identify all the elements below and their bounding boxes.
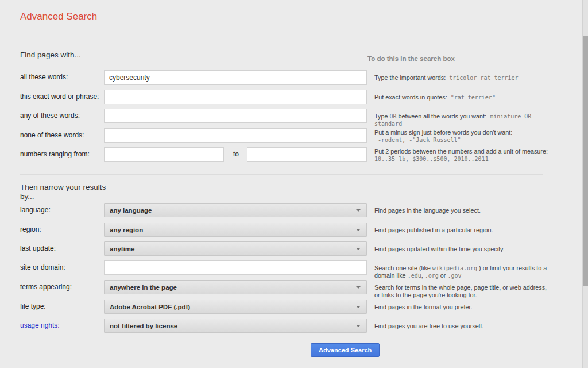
hint-example-text: tricolor rat terrier (449, 75, 518, 81)
hint-terms-appearing: Search for terms in the whole page, page… (374, 284, 548, 299)
hint-last-update: Find pages updated within the time you s… (374, 246, 548, 253)
hint-numbers-ranging: Put 2 periods between the numbers and ad… (374, 148, 548, 163)
any-of-these-words-input[interactable] (104, 109, 367, 123)
numbers-ranging-separator: to (229, 147, 243, 162)
hint-text: between all the words you want: (396, 113, 490, 120)
hint-text: Search for terms in the whole page, page… (374, 284, 548, 298)
file-type-selected-value: Adobe Acrobat PDF (.pdf) (110, 300, 190, 314)
hint-text: Find pages in the language you select. (374, 207, 481, 214)
chevron-down-icon (356, 306, 361, 308)
chevron-down-icon (356, 286, 361, 289)
hint-text: Find pages you are free to use yourself. (374, 323, 483, 329)
hint-all-these-words: Type the important words: tricolor rat t… (374, 74, 548, 82)
scrollbar-track[interactable] (582, 0, 588, 368)
page-title: Advanced Search (20, 11, 97, 22)
hint-region: Find pages published in a particular reg… (374, 227, 548, 234)
advanced-search-button[interactable]: Advanced Search (311, 343, 380, 357)
section-heading-narrow-results: Then narrow your results by... (20, 183, 107, 201)
label-language: language: (20, 203, 51, 217)
file-type-select[interactable]: Adobe Acrobat PDF (.pdf) (104, 300, 367, 314)
label-none-of-these-words: none of these words: (20, 128, 84, 143)
hint-text: Put 2 periods between the numbers and ad… (374, 148, 548, 155)
terms-appearing-selected-value: anywhere in the page (110, 281, 177, 294)
site-or-domain-input[interactable] (104, 260, 367, 275)
hint-example-text: wikipedia.org (432, 265, 477, 271)
hint-text: Type the important words: (374, 74, 449, 81)
hint-any-of-these-words: Type OR between all the words you want: … (374, 113, 548, 128)
hint-text: Find pages in the format you prefer. (374, 304, 472, 310)
hint-example-text: 10..35 lb, $300..$500, 2010..2011 (374, 156, 489, 162)
hint-example-text: -rodent, -"Jack Russell" (374, 137, 461, 143)
usage-rights-selected-value: not filtered by license (110, 319, 177, 333)
label-file-type: file type: (20, 300, 46, 314)
last-update-selected-value: anytime (110, 242, 134, 256)
hint-site-or-domain: Search one site (like wikipedia.org ) or… (374, 264, 548, 279)
label-any-of-these-words: any of these words: (20, 109, 80, 123)
region-select[interactable]: any region (104, 223, 367, 237)
hint-usage-rights: Find pages you are free to use yourself. (374, 323, 548, 330)
label-usage-rights[interactable]: usage rights: (20, 319, 60, 333)
hint-exact-word-or-phrase: Put exact words in quotes: "rat terrier" (374, 94, 548, 101)
hint-example-text: "rat terrier" (451, 94, 496, 101)
last-update-select[interactable]: anytime (104, 241, 367, 256)
exact-word-or-phrase-input[interactable] (104, 90, 367, 104)
hint-example-text: OR (389, 113, 396, 120)
hint-text: Find pages updated within the time you s… (374, 246, 505, 252)
hint-example-text: .edu (408, 273, 421, 279)
hint-text: Find pages published in a particular reg… (374, 227, 493, 233)
hint-text: Put a minus sign just before words you d… (374, 129, 512, 136)
hint-text: or (439, 272, 448, 279)
label-exact-word-or-phrase: this exact word or phrase: (20, 90, 99, 104)
label-last-update: last update: (20, 241, 56, 256)
hint-example-text: .gov (447, 273, 461, 279)
page-header: Advanced Search (0, 0, 588, 32)
terms-appearing-select[interactable]: anywhere in the page (104, 280, 367, 294)
label-terms-appearing: terms appearing: (20, 280, 72, 294)
chevron-down-icon (356, 229, 361, 231)
hints-column-header: To do this in the search box (368, 55, 455, 62)
hint-file-type: Find pages in the format you prefer. (374, 304, 548, 311)
label-all-these-words: all these words: (20, 70, 68, 85)
language-select[interactable]: any language (104, 203, 367, 217)
numbers-ranging-from-input[interactable] (104, 147, 224, 162)
hint-example-text: .org (425, 273, 439, 279)
region-selected-value: any region (110, 223, 143, 237)
hint-text: Search one site (like (374, 264, 432, 271)
usage-rights-select[interactable]: not filtered by license (104, 319, 367, 333)
section-heading-find-pages: Find pages with... (20, 51, 81, 60)
chevron-down-icon (356, 325, 361, 327)
label-numbers-ranging: numbers ranging from: (20, 147, 90, 162)
none-of-these-words-input[interactable] (104, 128, 367, 143)
chevron-down-icon (356, 209, 361, 212)
chevron-down-icon (356, 248, 361, 250)
hint-none-of-these-words: Put a minus sign just before words you d… (374, 129, 548, 144)
section-divider (20, 174, 543, 175)
label-region: region: (20, 223, 41, 237)
all-these-words-input[interactable] (104, 70, 367, 85)
hint-text: Put exact words in quotes: (374, 94, 451, 101)
label-site-or-domain: site or domain: (20, 260, 65, 275)
language-selected-value: any language (110, 204, 152, 217)
scrollbar-thumb[interactable] (583, 36, 588, 286)
hint-text: Type (374, 113, 389, 120)
hint-language: Find pages in the language you select. (374, 207, 548, 214)
numbers-ranging-to-input[interactable] (247, 147, 367, 162)
